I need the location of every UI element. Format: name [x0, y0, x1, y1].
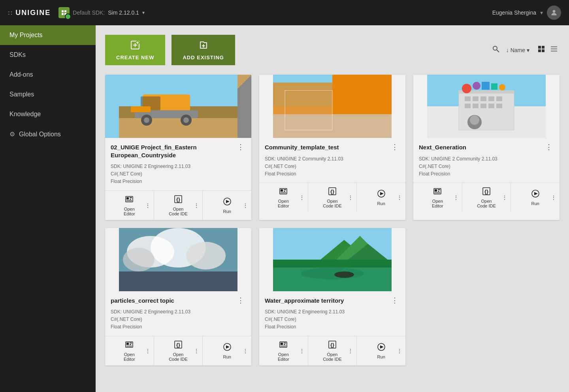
open-editor-menu-button[interactable]: ⋮: [143, 348, 152, 354]
run-menu-button[interactable]: ⋮: [395, 348, 404, 354]
sidebar-item-knowledge[interactable]: Knowledge: [0, 104, 96, 124]
svg-rect-51: [284, 191, 285, 192]
open-code-ide-button[interactable]: {} OpenCode IDE: [169, 195, 188, 216]
card-title: Next_Generation: [419, 143, 544, 151]
run-menu-button[interactable]: ⋮: [241, 202, 250, 209]
svg-point-72: [473, 82, 480, 90]
svg-rect-49: [281, 189, 283, 192]
run-icon: [531, 189, 540, 200]
open-editor-menu-button[interactable]: ⋮: [298, 348, 306, 354]
run-button[interactable]: Run: [223, 197, 232, 214]
sidebar-item-samples[interactable]: Samples: [0, 85, 96, 104]
svg-rect-20: [551, 49, 557, 50]
code-ide-menu-button[interactable]: ⋮: [192, 202, 201, 209]
code-ide-icon: {}: [328, 340, 337, 351]
svg-point-71: [462, 84, 471, 93]
svg-text:{}: {}: [484, 188, 488, 194]
open-code-ide-group: {} OpenCode IDE ⋮: [462, 183, 511, 212]
run-button[interactable]: Run: [531, 189, 540, 206]
code-ide-menu-button[interactable]: ⋮: [346, 194, 355, 201]
sidebar-item-sdks[interactable]: SDKs: [0, 45, 96, 65]
avatar[interactable]: [547, 6, 561, 20]
open-code-ide-button[interactable]: {} OpenCode IDE: [477, 187, 496, 208]
card-meta: SDK: UNIGINE 2 Engineering 2.11.03 C#(.N…: [265, 308, 400, 331]
add-existing-button[interactable]: ADD EXISTING: [171, 35, 235, 65]
card-body: particles_correct topic ⋮ SDK: UNIGINE 2…: [105, 291, 251, 331]
open-editor-group: OpenEditor ⋮: [259, 183, 308, 212]
search-icon[interactable]: [492, 45, 500, 55]
sidebar-item-add-ons[interactable]: Add-ons: [0, 65, 96, 85]
card-body: Next_Generation ⋮ SDK: UNIGINE 2 Communi…: [413, 138, 560, 178]
svg-rect-94: [126, 343, 129, 345]
open-code-ide-button[interactable]: {} OpenCode IDE: [169, 340, 188, 362]
sidebar-item-global-options[interactable]: ⚙ Global Options: [0, 124, 96, 144]
project-card: Next_Generation ⋮ SDK: UNIGINE 2 Communi…: [413, 75, 560, 220]
project-card: Community_template_test ⋮ SDK: UNIGINE 2…: [259, 75, 405, 220]
list-view-button[interactable]: [548, 43, 560, 57]
card-title: Community_template_test: [265, 143, 390, 151]
svg-rect-67: [473, 104, 479, 108]
open-editor-menu-button[interactable]: ⋮: [143, 202, 152, 209]
logo-text: UNIGINE: [15, 9, 51, 17]
run-label: Run: [531, 201, 539, 206]
sidebar-label-global-options: Global Options: [19, 131, 61, 138]
sort-control[interactable]: ↓ Name ▾: [506, 47, 529, 53]
svg-rect-32: [131, 106, 151, 112]
run-button[interactable]: Run: [377, 343, 386, 359]
open-editor-button[interactable]: OpenEditor: [278, 187, 289, 208]
open-editor-menu-button[interactable]: ⋮: [298, 194, 306, 201]
projects-grid: 02_UNIGE Project_fin_Eastern European_Co…: [105, 75, 560, 366]
user-menu[interactable]: Eugenia Shergina ▾: [492, 6, 561, 20]
card-menu-button[interactable]: ⋮: [236, 143, 246, 151]
grid-view-button[interactable]: [536, 43, 547, 57]
card-body: Community_template_test ⋮ SDK: UNIGINE 2…: [259, 138, 405, 178]
run-button[interactable]: Run: [223, 343, 232, 359]
code-ide-menu-button[interactable]: ⋮: [500, 194, 509, 201]
card-menu-button[interactable]: ⋮: [544, 143, 554, 151]
svg-rect-34: [126, 197, 129, 200]
app-header: :: UNIGINE Default SDK: Sim 2.12.0.1 ▾ E…: [0, 0, 569, 25]
run-icon: [223, 343, 232, 353]
open-code-ide-button[interactable]: {} OpenCode IDE: [323, 187, 342, 208]
svg-rect-2: [62, 13, 64, 15]
sdk-dropdown-arrow[interactable]: ▾: [142, 10, 145, 15]
card-menu-button[interactable]: ⋮: [390, 297, 400, 304]
card-menu-button[interactable]: ⋮: [390, 143, 400, 151]
open-code-ide-group: {} OpenCode IDE ⋮: [154, 336, 203, 366]
open-editor-button[interactable]: OpenEditor: [432, 187, 443, 208]
card-meta: SDK: UNIGINE 2 Engineering 2.11.03 C#(.N…: [111, 163, 246, 186]
svg-rect-36: [130, 199, 131, 200]
code-ide-menu-button[interactable]: ⋮: [346, 348, 355, 354]
run-menu-button[interactable]: ⋮: [241, 348, 250, 354]
svg-line-14: [497, 50, 499, 52]
create-new-button[interactable]: CREATE NEW: [105, 35, 165, 65]
sidebar-item-my-projects[interactable]: My Projects: [0, 25, 96, 45]
sidebar-label-my-projects: My Projects: [9, 32, 43, 39]
svg-rect-18: [542, 49, 545, 52]
svg-rect-73: [482, 82, 490, 90]
sdk-selector[interactable]: Default SDK: Sim 2.12.0.1 ▾: [58, 7, 145, 18]
toolbar-right: ↓ Name ▾: [492, 43, 560, 57]
run-button[interactable]: Run: [377, 189, 386, 206]
code-ide-menu-button[interactable]: ⋮: [192, 348, 201, 354]
open-editor-menu-button[interactable]: ⋮: [452, 194, 460, 201]
card-actions: OpenEditor ⋮ {} OpenCode: [105, 336, 251, 366]
open-code-ide-label: OpenCode IDE: [323, 199, 342, 208]
sidebar: My Projects SDKs Add-ons Samples Knowled…: [0, 25, 96, 392]
editor-icon: [125, 340, 134, 351]
svg-rect-79: [435, 189, 437, 192]
open-editor-button[interactable]: OpenEditor: [278, 340, 289, 362]
open-code-ide-label: OpenCode IDE: [477, 199, 496, 208]
run-menu-button[interactable]: ⋮: [395, 194, 404, 201]
open-editor-button[interactable]: OpenEditor: [124, 195, 135, 216]
editor-icon: [433, 187, 442, 198]
card-menu-button[interactable]: ⋮: [236, 297, 246, 304]
open-code-ide-button[interactable]: {} OpenCode IDE: [323, 340, 342, 362]
card-body: 02_UNIGE Project_fin_Eastern European_Co…: [105, 138, 251, 186]
open-code-ide-group: {} OpenCode IDE ⋮: [308, 183, 357, 212]
project-card: 02_UNIGE Project_fin_Eastern European_Co…: [105, 75, 251, 220]
svg-rect-64: [488, 96, 494, 101]
open-editor-button[interactable]: OpenEditor: [124, 340, 135, 362]
svg-rect-114: [281, 346, 286, 347]
run-menu-button[interactable]: ⋮: [549, 194, 558, 201]
